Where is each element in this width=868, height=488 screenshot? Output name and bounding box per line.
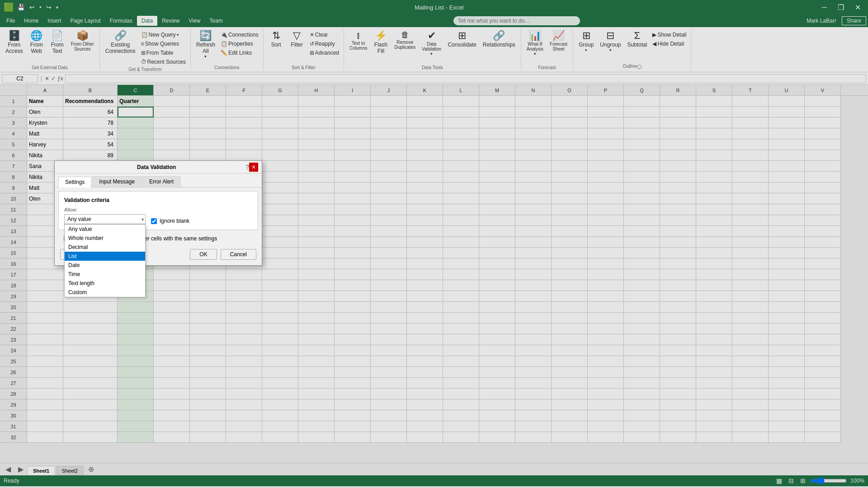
modal-overlay: Data Validation ? ✕ Settings Input Messa… [0, 0, 868, 488]
modal-title: Data Validation [67, 164, 245, 170]
ignore-blank-row: Ignore blank [151, 218, 189, 224]
option-custom[interactable]: Custom [65, 288, 145, 297]
modal-tabs: Settings Input Message Error Alert [55, 174, 262, 188]
validation-criteria-label: Validation criteria [64, 197, 252, 203]
allow-dropdown-list: Any value Whole number Decimal List Date… [64, 224, 146, 297]
option-any-value[interactable]: Any value [65, 225, 145, 234]
modal-tab-error-alert[interactable]: Error Alert [142, 176, 180, 187]
allow-dropdown-wrapper: Any value ▾ Any value Whole number Decim… [64, 214, 146, 224]
data-validation-dialog: Data Validation ? ✕ Settings Input Messa… [54, 160, 262, 266]
modal-body: Validation criteria Allow: Any value ▾ A… [58, 191, 258, 230]
ignore-blank-label: Ignore blank [160, 218, 189, 224]
allow-dropdown[interactable]: Any value [64, 214, 146, 224]
modal-tab-settings[interactable]: Settings [58, 177, 91, 188]
option-list[interactable]: List [65, 252, 145, 261]
ok-button[interactable]: OK [190, 249, 217, 260]
modal-title-bar: Data Validation ? ✕ [55, 161, 262, 174]
option-time[interactable]: Time [65, 270, 145, 279]
ignore-blank-checkbox[interactable] [151, 218, 157, 224]
modal-help-button[interactable]: ? [245, 164, 249, 171]
option-decimal[interactable]: Decimal [65, 243, 145, 252]
option-whole-number[interactable]: Whole number [65, 234, 145, 243]
option-text-length[interactable]: Text length [65, 279, 145, 288]
allow-label: Allow: [64, 207, 252, 212]
option-date[interactable]: Date [65, 261, 145, 270]
modal-close-button[interactable]: ✕ [249, 163, 258, 172]
modal-tab-input-message[interactable]: Input Message [92, 176, 142, 187]
cancel-button[interactable]: Cancel [221, 249, 256, 260]
